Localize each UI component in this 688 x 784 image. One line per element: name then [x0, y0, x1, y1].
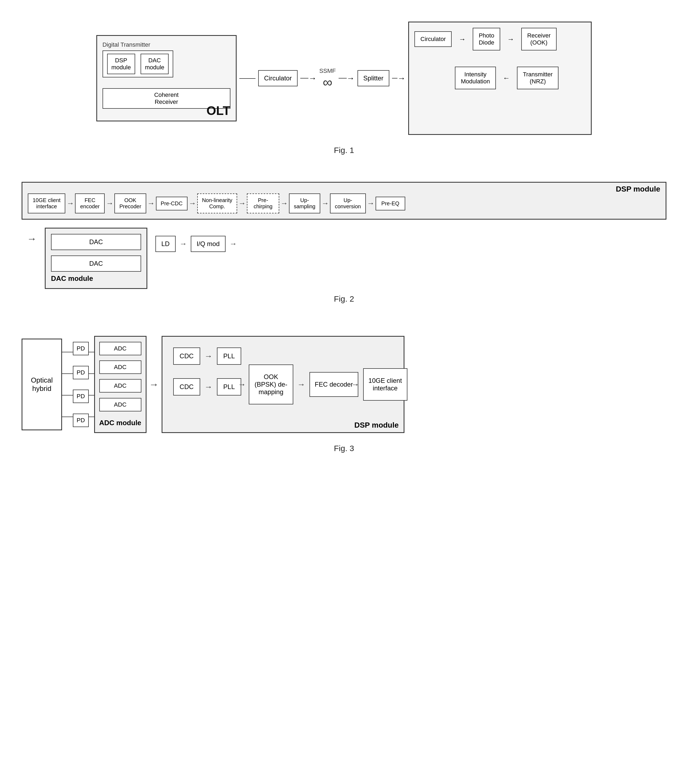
photo-diode-box: PhotoDiode	[473, 28, 500, 51]
ook-demapping-box: OOK(BPSK) de-mapping	[249, 364, 293, 404]
block-10ge-client: 10GE clientinterface	[28, 193, 65, 213]
splitter-box: Splitter	[357, 70, 390, 86]
arr-ook-fec: →	[297, 380, 305, 389]
intensity-modulation-box: IntensityModulation	[455, 67, 496, 89]
dac-module-box: DAC DAC DAC module	[45, 228, 147, 289]
line2	[62, 373, 73, 374]
big-arrow-right: →	[146, 379, 161, 390]
l3	[89, 395, 94, 395]
l2	[89, 373, 94, 374]
arrow-to-ssmf: →	[298, 74, 319, 83]
fig1-diagram: Digital Transmitter DSPmodule DACmodule …	[21, 16, 667, 140]
cdc-pll-top-row: CDC → PLL	[173, 348, 393, 365]
dac-module-box-fig1: DACmodule	[141, 54, 169, 74]
arr5: →	[237, 199, 247, 208]
ssmf-label: SSMF	[319, 68, 336, 74]
line4	[62, 417, 73, 417]
block-pre-cdc: Pre-CDC	[156, 197, 188, 211]
arr8: →	[366, 199, 375, 208]
arr3: →	[146, 199, 156, 208]
dsp-dac-group: DSPmodule DACmodule	[102, 51, 173, 77]
arrow1: →	[457, 35, 467, 43]
ssmf-coil-container: SSMF ∞	[319, 68, 336, 89]
fig1-section: Digital Transmitter DSPmodule DACmodule …	[21, 16, 667, 155]
arr-cdc1-pll1: →	[204, 351, 212, 361]
cdc1-box: CDC	[173, 348, 200, 365]
arr-fec-client: →	[351, 380, 359, 389]
olt-box: Digital Transmitter DSPmodule DACmodule …	[96, 35, 237, 122]
arr-iq-out: →	[229, 240, 237, 248]
client-interface-container: 10GE clientinterface	[363, 368, 407, 401]
pd-column: PD PD PD PD	[73, 339, 89, 430]
dsp-module-box: DSPmodule	[107, 54, 135, 74]
transmitter-nrz-box: Transmitter(NRZ)	[517, 67, 558, 89]
pd1: PD	[73, 342, 89, 355]
circulator-left: Circulator	[258, 70, 298, 86]
arrow-to-splitter: →	[336, 74, 357, 83]
dsp-module-outer: DSP module 10GE clientinterface → FECenc…	[21, 182, 667, 220]
pll1-box: PLL	[217, 348, 242, 365]
adc1: ADC	[99, 342, 142, 355]
line3	[62, 395, 73, 395]
dac-module-label: DAC module	[51, 274, 141, 283]
fig2-section: DSP module 10GE clientinterface → FECenc…	[21, 182, 667, 303]
adc2: ADC	[99, 361, 142, 374]
arr4: →	[188, 199, 197, 208]
ssmf-icon: ∞	[323, 76, 332, 89]
pd2: PD	[73, 366, 89, 379]
fig2-label: Fig. 2	[21, 294, 667, 303]
fig3-section: Optical hybrid PD PD PD PD ADC ADC ADC	[21, 331, 667, 453]
optical-hybrid-box: Optical hybrid	[21, 339, 62, 430]
olt-circulator-connector	[237, 78, 258, 79]
circulator-right: Circulator	[415, 31, 452, 47]
ld-iqmod-group: LD → I/Q mod →	[155, 236, 237, 252]
arr-cdc2-pll2: →	[204, 382, 212, 392]
ook-demapping-container: OOK(BPSK) de-mapping	[249, 364, 293, 404]
dsp-module-fig3-label: DSP module	[354, 421, 398, 430]
block-up-sampling: Up-sampling	[289, 193, 320, 213]
dac-stack: DAC DAC	[51, 234, 141, 272]
ont-bottom-row: IntensityModulation ← Transmitter(NRZ)	[415, 67, 586, 89]
block-up-conversion: Up-conversion	[330, 193, 366, 213]
dsp-module-title: DSP module	[616, 185, 660, 193]
oh-to-pd-lines	[62, 339, 73, 430]
arr1: →	[65, 199, 75, 208]
arrow2: →	[505, 35, 516, 43]
dsp-module-fig3: CDC → PLL CDC → PLL → OOK(BPSK) de-mappi…	[161, 336, 405, 433]
arrow-splitter-circ: →	[389, 74, 408, 83]
fig2-lower: → DAC DAC DAC module LD → I/Q mod →	[27, 228, 667, 289]
ont-top-row: Circulator → PhotoDiode → Receiver(OOK)	[415, 28, 586, 51]
block-nonlinearity: Non-linearityComp.	[197, 193, 237, 213]
optical-hybrid-label: Optical hybrid	[31, 376, 53, 393]
ld-box: LD	[155, 236, 176, 252]
arr-to-ook: →	[238, 380, 246, 389]
receiver-ook-box: Receiver(OOK)	[521, 28, 556, 51]
iq-mod-box: I/Q mod	[191, 236, 225, 252]
block-pre-chirping: Pre-chirping	[247, 193, 279, 213]
adc-module-label: ADC module	[99, 419, 142, 427]
l1	[89, 352, 94, 352]
cdc2-box: CDC	[173, 378, 200, 395]
ont-box: Circulator → PhotoDiode → Receiver(OOK) …	[408, 21, 592, 135]
dsp-blocks-row: 10GE clientinterface → FECencoder → OOKP…	[28, 193, 660, 213]
adc4: ADC	[99, 398, 142, 412]
pd4: PD	[73, 413, 89, 427]
fig2-diagram: DSP module 10GE clientinterface → FECenc…	[21, 182, 667, 289]
adc3: ADC	[99, 379, 142, 392]
digital-transmitter-label: Digital Transmitter	[102, 41, 230, 48]
dac1-box: DAC	[51, 234, 141, 250]
arr2: →	[105, 199, 114, 208]
arr-ld-iq: →	[179, 240, 187, 248]
ld-iqmod-row: LD → I/Q mod →	[155, 236, 237, 252]
l4	[89, 417, 94, 417]
block-ook-precoder: OOKPrecoder	[114, 193, 146, 213]
client-interface-box: 10GE clientinterface	[363, 368, 407, 401]
fig3-diagram: Optical hybrid PD PD PD PD ADC ADC ADC	[21, 331, 667, 438]
arr7: →	[320, 199, 330, 208]
fig3-label: Fig. 3	[21, 444, 667, 453]
block-pre-eq: Pre-EQ	[375, 197, 405, 211]
fig1-label: Fig. 1	[21, 146, 667, 155]
arr6: →	[279, 199, 289, 208]
line1	[62, 352, 73, 352]
adc-to-dsp-arrow: →	[146, 339, 161, 430]
